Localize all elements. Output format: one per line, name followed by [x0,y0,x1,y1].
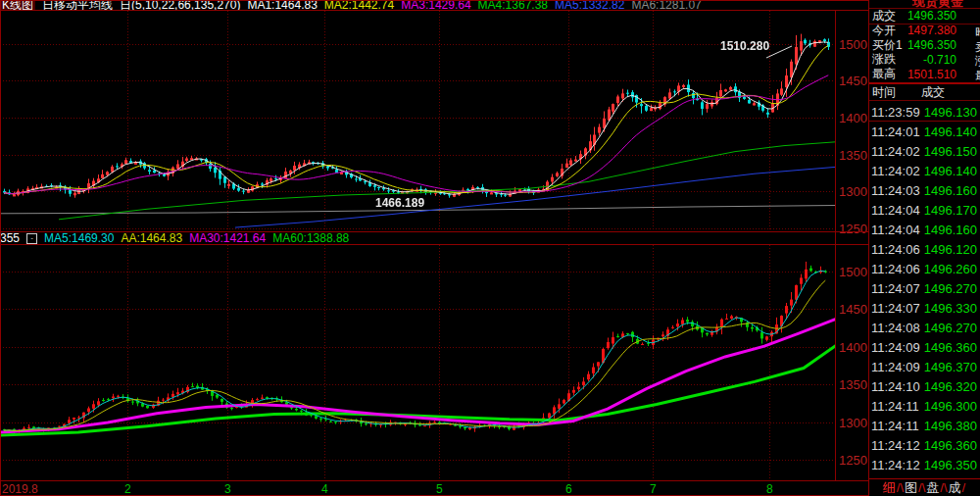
tick-price: 1496.170 [924,203,980,218]
daily-header-part-7: MA5:1332.82 [555,0,624,10]
tab-separator: /\ [918,480,925,495]
quote-row-今开: 今开1497.380昨 [869,24,980,38]
title-underline [869,8,980,9]
quote-value: -0.710 [923,53,956,67]
quote-row-成交: 成交1496.350 [869,9,980,24]
tick-header-time: 时间 [869,84,896,101]
tick-time: 11:24:06 [869,242,920,257]
intraday-header-part-0: 355 [0,233,20,244]
intraday-header-part-4: MA30:1421.64 [189,233,266,244]
tick-time: 11:24:12 [869,458,920,472]
intraday-collapse-icon[interactable]: - [26,233,37,244]
tick-price: 1496.330 [924,301,980,316]
tick-row: 11:24:061496.260 [869,259,980,278]
tick-time: 11:24:09 [869,360,920,374]
daily-header-part-5: MA3:1429.64 [401,0,470,10]
tick-row: 11:24:121496.360 [869,435,980,455]
x-axis: 2019.8 2345678 [0,481,868,496]
daily-annotation-0: 1510.280 [720,39,769,53]
quote-panel: 现货黄金 成交1496.350今开1497.380昨买价11496.350卖涨跌… [869,0,980,496]
x-month-5: 5 [436,482,443,496]
tick-time: 11:24:08 [869,321,920,335]
tick-time: 11:24:09 [869,340,920,355]
tick-row: 11:24:091496.360 [869,337,980,357]
tick-price: 1496.120 [924,242,980,257]
tick-row: 11:24:021496.140 [869,161,980,180]
tick-time: 11:24:01 [869,124,920,139]
quote-tick-separator [869,82,980,84]
x-month-6: 6 [565,482,572,496]
intraday-kline-chart[interactable] [0,245,836,480]
tick-row: 11:24:011496.140 [869,122,980,141]
tab-separator: /\ [940,480,947,495]
intraday-header-part-5: MA60:1388.88 [272,233,349,244]
x-month-2: 2 [124,482,131,496]
tick-price: 1496.260 [924,262,980,276]
tick-list[interactable]: 11:23:591496.13011:24:011496.14011:24:02… [869,102,980,478]
tick-row: 11:24:111496.380 [869,416,980,435]
intraday-header-part-3: AA:1464.83 [121,233,182,244]
tick-price: 1496.350 [924,458,980,472]
x-month-3: 3 [224,482,231,496]
tick-price: 1496.130 [924,105,980,120]
tick-time: 11:24:10 [869,379,920,394]
tab-成[interactable]: 成 [949,479,961,496]
border-top [0,0,980,1]
tick-row: 11:24:101496.320 [869,376,980,396]
intraday-ytick-1450: 1450 [839,302,868,317]
quote-label: 最高 [869,66,896,82]
separator-chart2-top [0,244,868,245]
tick-price: 1496.300 [924,399,980,414]
tick-row: 11:24:071496.270 [869,278,980,298]
intraday-ytick-1350: 1350 [839,377,868,392]
tick-price: 1496.370 [924,360,980,374]
tab-细[interactable]: 细 [883,479,896,496]
tick-time: 11:24:11 [869,399,919,414]
tab-separator: /\ [897,480,904,495]
tab-图[interactable]: 图 [905,479,917,496]
daily-ytick-1300: 1300 [839,184,868,199]
daily-header-part-3: MA1:1464.83 [247,0,317,10]
tick-time: 11:24:07 [869,301,920,316]
tick-row: 11:24:091496.370 [869,357,980,376]
daily-header-part-4: MA2:1442.74 [324,0,394,10]
tick-price: 1496.360 [924,340,980,355]
separator-chart1-bottom [0,231,868,232]
tick-time: 11:24:06 [869,262,920,276]
tick-header-trade: 成交 [921,84,945,101]
quote-value: 1497.380 [907,24,956,37]
tab-盘[interactable]: 盘 [926,479,939,496]
tick-price: 1496.270 [924,281,980,296]
x-month-4: 4 [321,482,328,496]
quote-row-涨跌: 涨跌-0.710涨 [869,52,980,67]
tick-time: 11:24:07 [869,281,920,296]
tick-table-header: 时间 成交 [869,84,980,100]
daily-header-part-8: MA6:1281.07 [631,0,701,10]
x-month-8: 8 [766,482,773,496]
tick-row: 11:24:111496.300 [869,396,980,416]
daily-ytick-1250: 1250 [839,222,868,236]
tick-time: 11:23:59 [869,105,920,120]
tick-row: 11:23:591496.130 [869,102,980,122]
intraday-ytick-1300: 1300 [839,416,868,430]
daily-header-part-1: 日移动平均线 [42,0,113,10]
x-axis-year-label: 2019.8 [2,482,38,496]
intraday-ytick-1400: 1400 [839,340,868,355]
tick-time: 11:24:02 [869,144,920,159]
daily-header-part-0: K线图 [0,0,35,10]
tab-bar-topline [869,478,980,479]
tick-time: 11:24:12 [869,438,920,453]
tick-price: 1496.160 [924,183,980,198]
daily-header-part-2: 日(5,10,22,66,135,270) [120,0,240,10]
tick-row: 11:24:031496.160 [869,180,980,200]
daily-chart-header: K线图日移动平均线日(5,10,22,66,135,270)MA1:1464.8… [0,0,868,10]
daily-ytick-1350: 1350 [839,148,868,163]
tick-price: 1496.380 [924,419,980,433]
tick-row: 11:24:021496.150 [869,141,980,161]
tick-header-underline [869,100,980,101]
daily-ytick-1400: 1400 [839,111,868,125]
daily-annotation-1: 1466.189 [375,196,424,210]
tick-row: 11:24:041496.170 [869,200,980,220]
plot-right-border [835,11,836,480]
x-month-7: 7 [650,482,657,496]
